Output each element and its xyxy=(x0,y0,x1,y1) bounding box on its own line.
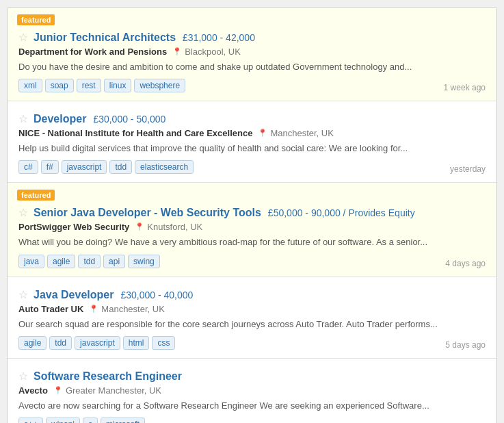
star-icon[interactable]: ☆ xyxy=(18,31,28,44)
job-card: ☆ Software Research Engineer Avecto 📍 Gr… xyxy=(8,359,496,423)
company-name: NICE - National Institute for Health and… xyxy=(18,128,252,138)
tag[interactable]: websphere xyxy=(134,79,185,92)
star-icon[interactable]: ☆ xyxy=(18,206,28,219)
company-name: Auto Trader UK xyxy=(18,304,83,314)
featured-badge: featured xyxy=(17,190,55,201)
tag[interactable]: css xyxy=(152,336,175,350)
tags-row: xmlsoaprestlinuxwebsphere xyxy=(18,79,486,92)
tag[interactable]: tdd xyxy=(49,336,72,350)
job-salary: £31,000 - 42,000 xyxy=(183,32,255,43)
tag[interactable]: c++ xyxy=(18,418,43,423)
tag[interactable]: html xyxy=(123,336,150,350)
location-text: Manchester, UK xyxy=(270,128,334,138)
star-icon[interactable]: ☆ xyxy=(18,288,28,301)
job-card: ☆ Java Developer£30,000 - 40,000 Auto Tr… xyxy=(8,277,496,359)
tag[interactable]: microsoft xyxy=(101,418,145,423)
job-header: ☆ Senior Java Developer - Web Security T… xyxy=(18,206,486,219)
tag[interactable]: linux xyxy=(104,79,132,92)
job-header: ☆ Software Research Engineer xyxy=(18,370,486,383)
company-name: Department for Work and Pensions xyxy=(18,47,167,57)
job-description: Our search squad are responsible for the… xyxy=(18,318,486,331)
job-description: Help us build digital services that impr… xyxy=(18,142,486,155)
job-header: ☆ Java Developer£30,000 - 40,000 xyxy=(18,288,486,301)
location-icon: 📍 xyxy=(135,222,144,231)
job-age: 4 days ago xyxy=(445,259,486,268)
star-icon[interactable]: ☆ xyxy=(18,370,28,383)
job-age: 5 days ago xyxy=(445,340,486,350)
job-description: Avecto are now searching for a Software … xyxy=(18,400,486,412)
job-salary: £30,000 - 40,000 xyxy=(120,290,193,300)
job-salary: £50,000 - 90,000 / Provides Equity xyxy=(268,207,415,218)
tag[interactable]: elasticsearch xyxy=(135,160,194,174)
tag[interactable]: c# xyxy=(18,160,38,174)
job-meta: NICE - National Institute for Health and… xyxy=(18,128,486,138)
tags-row: agiletddjavascripthtmlcss xyxy=(18,336,486,350)
job-header: ☆ Developer£30,000 - 50,000 xyxy=(18,112,486,125)
tag[interactable]: rest xyxy=(77,79,101,92)
tags-row: c++winapicmicrosoft xyxy=(18,418,486,423)
featured-badge: featured xyxy=(17,14,55,25)
job-title[interactable]: Software Research Engineer xyxy=(34,370,182,383)
tag[interactable]: java xyxy=(18,255,44,268)
tag[interactable]: tdd xyxy=(78,255,101,268)
tag[interactable]: agile xyxy=(47,255,75,268)
job-title[interactable]: Java Developer xyxy=(34,289,114,301)
job-card: ☆ Developer£30,000 - 50,000 NICE - Natio… xyxy=(8,101,496,183)
job-meta: Department for Work and Pensions 📍 Black… xyxy=(18,47,486,57)
job-list: featured ☆ Junior Technical Architects£3… xyxy=(7,7,497,423)
tags-row: javaagiletddapiswing xyxy=(18,255,486,268)
location-icon: 📍 xyxy=(53,386,63,395)
tag[interactable]: f# xyxy=(41,160,59,174)
location-text: Knutsford, UK xyxy=(147,222,202,232)
job-meta: Avecto 📍 Greater Manchester, UK xyxy=(18,385,486,396)
job-header: ☆ Junior Technical Architects£31,000 - 4… xyxy=(18,31,486,44)
tag[interactable]: javascript xyxy=(62,160,107,174)
job-meta: Auto Trader UK 📍 Manchester, UK xyxy=(18,304,486,314)
location-icon: 📍 xyxy=(258,129,267,138)
tag[interactable]: tdd xyxy=(109,160,132,174)
location-text: Blackpool, UK xyxy=(185,47,241,57)
job-title[interactable]: Senior Java Developer - Web Security Too… xyxy=(34,207,261,219)
job-salary: £30,000 - 50,000 xyxy=(93,114,165,125)
tag[interactable]: swing xyxy=(128,255,160,268)
job-card: featured ☆ Senior Java Developer - Web S… xyxy=(8,183,496,277)
location-text: Manchester, UK xyxy=(101,304,165,314)
tag[interactable]: javascript xyxy=(75,336,120,350)
tag[interactable]: winapi xyxy=(46,418,80,423)
job-title[interactable]: Developer xyxy=(34,113,86,125)
job-age: yesterday xyxy=(450,164,486,174)
tag[interactable]: c xyxy=(83,418,98,423)
company-name: Avecto xyxy=(18,385,48,396)
job-title[interactable]: Junior Technical Architects xyxy=(34,31,176,44)
tags-row: c#f#javascripttddelasticsearch xyxy=(18,160,486,174)
job-description: What will you be doing? We have a very a… xyxy=(18,236,486,248)
job-description: Do you have the desire and ambition to c… xyxy=(18,61,486,73)
location-icon: 📍 xyxy=(172,47,182,56)
job-meta: PortSwigger Web Security 📍 Knutsford, UK xyxy=(18,222,486,232)
location-text: Greater Manchester, UK xyxy=(66,385,161,396)
tag[interactable]: xml xyxy=(18,79,42,92)
tag[interactable]: soap xyxy=(45,79,74,92)
company-name: PortSwigger Web Security xyxy=(18,222,129,232)
job-card: featured ☆ Junior Technical Architects£3… xyxy=(8,8,496,101)
tag[interactable]: agile xyxy=(18,336,47,350)
tag[interactable]: api xyxy=(103,255,125,268)
location-icon: 📍 xyxy=(89,305,98,313)
star-icon[interactable]: ☆ xyxy=(18,112,28,125)
job-age: 1 week ago xyxy=(444,83,486,92)
